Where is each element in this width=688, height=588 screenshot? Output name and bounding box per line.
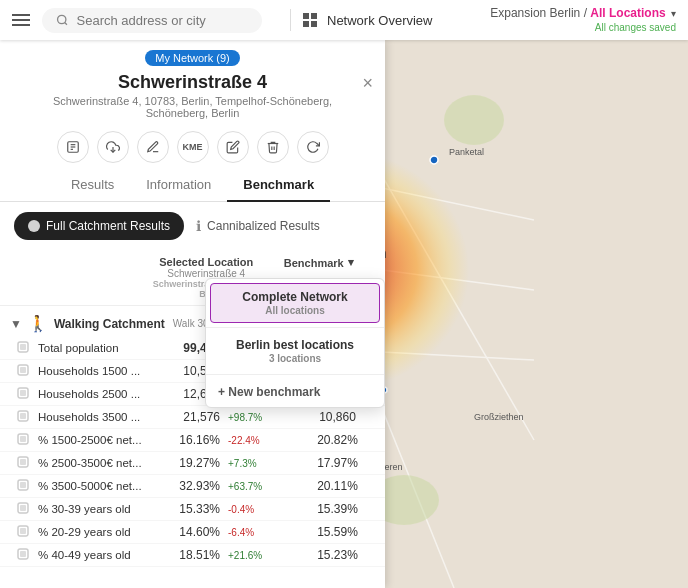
walk-icon: 🚶: [28, 314, 48, 333]
table-row: % 1500-2500€ net... 16.16% -22.4% 20.82%: [0, 429, 385, 452]
tab-results[interactable]: Results: [55, 169, 130, 202]
dropdown-chevron-icon: ▾: [348, 256, 354, 269]
benchmark-dropdown-menu: Complete Network All locations Berlin be…: [205, 278, 385, 408]
breadcrumb-chevron: ▾: [671, 8, 676, 19]
row-label: % 3500-5000€ net...: [38, 480, 148, 492]
search-bar[interactable]: [42, 8, 262, 33]
table-row: % 2500-3500€ net... 19.27% +7.3% 17.97%: [0, 452, 385, 475]
row-value-benchmark: 20.11%: [298, 479, 377, 493]
breadcrumb-location[interactable]: All Locations: [590, 6, 665, 20]
row-category-icon: [8, 364, 38, 378]
svg-point-0: [58, 15, 66, 23]
row-change: -22.4%: [228, 435, 298, 446]
network-overview-button[interactable]: Network Overview: [303, 13, 432, 28]
location-header: Schwerinstraße 4 Schwerinstraße 4, 10783…: [0, 66, 385, 123]
row-change: +63.7%: [228, 481, 298, 492]
row-label: % 20-29 years old: [38, 526, 148, 538]
svg-point-10: [444, 95, 504, 145]
search-input[interactable]: [77, 13, 249, 28]
row-value-selected: 18.51%: [148, 548, 228, 562]
refresh-icon: [306, 140, 320, 154]
download-button[interactable]: [97, 131, 129, 163]
row-value-selected: 15.33%: [148, 502, 228, 516]
my-network-badge: My Network (9): [145, 50, 240, 66]
full-catchment-button[interactable]: Full Catchment Results: [14, 212, 184, 240]
row-category-icon: [8, 479, 38, 493]
cannibalized-button[interactable]: ℹ Cannibalized Results: [196, 218, 320, 234]
row-label: Households 1500 ...: [38, 365, 148, 377]
delete-button[interactable]: [257, 131, 289, 163]
row-label: Households 3500 ...: [38, 411, 148, 423]
row-category-icon: [8, 433, 38, 447]
table-row: % 20-29 years old 14.60% -6.4% 15.59%: [0, 521, 385, 544]
km-button[interactable]: KME: [177, 131, 209, 163]
row-category-icon: [8, 410, 38, 424]
section-walk-label: Walking Catchment: [54, 317, 165, 331]
row-value-benchmark: 15.59%: [298, 525, 377, 539]
row-change: +98.7%: [228, 412, 298, 423]
search-icon: [56, 13, 69, 27]
tab-benchmark[interactable]: Benchmark: [227, 169, 330, 202]
table-row: Households 3500 ... 21,576 +98.7% 10,860: [0, 406, 385, 429]
row-category-icon: [8, 548, 38, 562]
row-label: % 1500-2500€ net...: [38, 434, 148, 446]
svg-rect-48: [20, 551, 26, 557]
svg-text:Großziethen: Großziethen: [474, 412, 524, 422]
svg-rect-40: [20, 459, 26, 465]
col-header-empty: [10, 256, 150, 299]
row-value-selected: 19.27%: [148, 456, 228, 470]
header-divider: [290, 9, 291, 31]
trash-icon: [266, 140, 280, 154]
pdf-button[interactable]: [57, 131, 89, 163]
table-row: % 3500-5000€ net... 32.93% +63.7% 20.11%: [0, 475, 385, 498]
collapse-button[interactable]: ▼: [10, 317, 22, 331]
svg-rect-46: [20, 528, 26, 534]
dropdown-divider: [206, 327, 384, 328]
svg-line-1: [65, 22, 67, 24]
breadcrumb: Expansion Berlin / All Locations ▾ All c…: [490, 6, 676, 34]
close-button[interactable]: ×: [362, 74, 373, 92]
row-value-selected: 32.93%: [148, 479, 228, 493]
dropdown-berlin-best[interactable]: Berlin best locations 3 locations: [206, 330, 384, 372]
edit-icon: [226, 140, 240, 154]
row-value-benchmark: 15.23%: [298, 548, 377, 562]
toolbar: KME: [0, 123, 385, 169]
row-label: Households 2500 ...: [38, 388, 148, 400]
draw-button[interactable]: [137, 131, 169, 163]
tab-information[interactable]: Information: [130, 169, 227, 202]
results-toggle: Full Catchment Results ℹ Cannibalized Re…: [0, 202, 385, 250]
dropdown-divider-2: [206, 374, 384, 375]
svg-rect-30: [20, 344, 26, 350]
row-change: +21.6%: [228, 550, 298, 561]
benchmark-header[interactable]: Benchmark ▾: [263, 256, 376, 269]
app-header: Network Overview Expansion Berlin / All …: [0, 0, 688, 40]
save-status: All changes saved: [595, 22, 676, 33]
row-category-icon: [8, 525, 38, 539]
refresh-button[interactable]: [297, 131, 329, 163]
dropdown-complete-network[interactable]: Complete Network All locations: [210, 283, 380, 323]
benchmark-dropdown[interactable]: Benchmark ▾ Complete Network All locatio…: [263, 256, 376, 299]
row-label: % 30-39 years old: [38, 503, 148, 515]
edit-button[interactable]: [217, 131, 249, 163]
svg-text:Panketal: Panketal: [449, 147, 484, 157]
info-icon: ℹ: [196, 218, 201, 234]
svg-point-14: [430, 156, 438, 164]
dropdown-new-benchmark[interactable]: + New benchmark: [206, 377, 384, 407]
table-row: % 40-49 years old 18.51% +21.6% 15.23%: [0, 544, 385, 567]
row-value-selected: 14.60%: [148, 525, 228, 539]
menu-button[interactable]: [12, 14, 30, 26]
table-row: % 30-39 years old 15.33% -0.4% 15.39%: [0, 498, 385, 521]
row-value-selected: 21,576: [148, 410, 228, 424]
row-change: -0.4%: [228, 504, 298, 515]
column-headers: Selected Location Schwerinstraße 4 Schwe…: [0, 250, 385, 306]
row-category-icon: [8, 456, 38, 470]
row-value-benchmark: 10,860: [298, 410, 377, 424]
svg-rect-34: [20, 390, 26, 396]
svg-rect-32: [20, 367, 26, 373]
row-value-benchmark: 17.97%: [298, 456, 377, 470]
grid-icon: [303, 13, 317, 27]
toggle-circle-icon: [28, 220, 40, 232]
row-category-icon: [8, 502, 38, 516]
row-value-benchmark: 15.39%: [298, 502, 377, 516]
row-value-benchmark: 20.82%: [298, 433, 377, 447]
